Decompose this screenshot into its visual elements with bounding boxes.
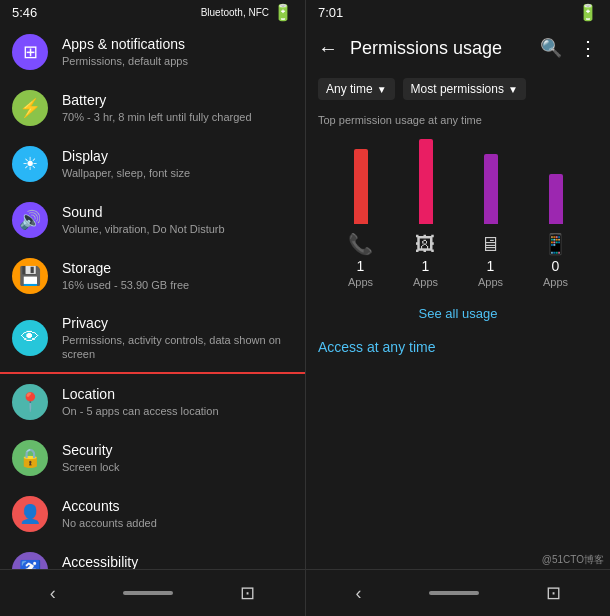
settings-item-battery[interactable]: ⚡ Battery 70% - 3 hr, 8 min left until f… [0,80,305,136]
chart-bar-0 [354,149,368,224]
right-nav-home[interactable] [429,591,479,595]
filter-row: Any time ▼ Most permissions ▼ [306,72,610,106]
security-subtitle: Screen lock [62,460,293,474]
see-all-row[interactable]: See all usage [306,296,610,330]
battery-subtitle: 70% - 3 hr, 8 min left until fully charg… [62,110,293,124]
display-title: Display [62,147,293,165]
chart-count-0: 1 [357,258,365,274]
privacy-title: Privacy [62,314,293,332]
accounts-icon: 👤 [12,496,48,532]
location-icon: 📍 [12,384,48,420]
time-filter-dropdown[interactable]: Any time ▼ [318,78,395,100]
security-title: Security [62,441,293,459]
right-battery-icon: 🔋 [578,3,598,22]
right-nav-back[interactable]: ‹ [340,579,378,608]
chart-bar-2 [484,154,498,224]
access-section[interactable]: Access at any time [306,330,610,364]
battery-title: Battery [62,91,293,109]
security-icon: 🔒 [12,440,48,476]
left-panel: 5:46 Bluetooth, NFC 🔋 ⊞ Apps & notificat… [0,0,305,616]
display-subtitle: Wallpaper, sleep, font size [62,166,293,180]
chart-label-0: Apps [348,276,373,288]
chart-bar-1 [419,139,433,224]
chart-subtitle: Top permission usage at any time [318,114,598,126]
privacy-icon: 👁 [12,320,48,356]
chart-icons-row: 📞 1 Apps 🖼 1 Apps 🖥 1 Apps 📱 0 Apps [318,228,598,292]
chart-count-3: 0 [552,258,560,274]
settings-item-privacy[interactable]: 👁 Privacy Permissions, activity controls… [0,304,305,374]
right-bottom-nav: ‹ ⊡ [306,569,610,616]
chart-icon-screen: 🖥 [480,233,500,256]
right-toolbar: ← Permissions usage 🔍 ⋮ [306,24,610,72]
chart-item-3: 📱 0 Apps [543,232,568,288]
sound-icon: 🔊 [12,202,48,238]
sound-subtitle: Volume, vibration, Do Not Disturb [62,222,293,236]
left-status-text: Bluetooth, NFC [201,7,269,18]
sound-title: Sound [62,203,293,221]
chart-label-1: Apps [413,276,438,288]
settings-item-storage[interactable]: 💾 Storage 16% used - 53.90 GB free [0,248,305,304]
settings-item-apps-notifications[interactable]: ⊞ Apps & notifications Permissions, defa… [0,24,305,80]
sort-filter-arrow: ▼ [508,84,518,95]
right-spacer [306,364,610,551]
storage-subtitle: 16% used - 53.90 GB free [62,278,293,292]
accessibility-title: Accessibility [62,553,293,569]
settings-item-display[interactable]: ☀ Display Wallpaper, sleep, font size [0,136,305,192]
left-status-time: 5:46 [12,5,37,20]
left-bottom-nav: ‹ ⊡ [0,569,305,616]
time-filter-label: Any time [326,82,373,96]
see-all-link[interactable]: See all usage [419,306,498,321]
settings-item-accounts[interactable]: 👤 Accounts No accounts added [0,486,305,542]
left-status-bar: 5:46 Bluetooth, NFC 🔋 [0,0,305,24]
sort-filter-dropdown[interactable]: Most permissions ▼ [403,78,526,100]
chart-icon-mobile: 📱 [543,232,568,256]
right-status-time: 7:01 [318,5,343,20]
battery-icon: ⚡ [12,90,48,126]
accounts-subtitle: No accounts added [62,516,293,530]
chart-label-2: Apps [478,276,503,288]
chart-bars [318,134,598,224]
settings-list: ⊞ Apps & notifications Permissions, defa… [0,24,305,569]
location-subtitle: On - 5 apps can access location [62,404,293,418]
settings-item-sound[interactable]: 🔊 Sound Volume, vibration, Do Not Distur… [0,192,305,248]
chart-label-3: Apps [543,276,568,288]
left-battery-icon: 🔋 [273,3,293,22]
accounts-title: Accounts [62,497,293,515]
search-icon[interactable]: 🔍 [536,33,566,63]
left-nav-home[interactable] [123,591,173,595]
right-status-icons: 🔋 [578,3,598,22]
settings-item-location[interactable]: 📍 Location On - 5 apps can access locati… [0,374,305,430]
display-icon: ☀ [12,146,48,182]
left-nav-recents[interactable]: ⊡ [224,578,271,608]
access-at-anytime-link[interactable]: Access at any time [318,339,436,355]
storage-icon: 💾 [12,258,48,294]
apps-notifications-subtitle: Permissions, default apps [62,54,293,68]
apps-notifications-icon: ⊞ [12,34,48,70]
attribution: @51CTO博客 [306,551,610,569]
accessibility-icon: ♿ [12,552,48,569]
right-toolbar-title: Permissions usage [350,38,528,59]
right-nav-recents[interactable]: ⊡ [530,578,577,608]
left-nav-back[interactable]: ‹ [34,579,72,608]
privacy-subtitle: Permissions, activity controls, data sho… [62,333,293,362]
storage-title: Storage [62,259,293,277]
chart-item-0: 📞 1 Apps [348,232,373,288]
right-status-bar: 7:01 🔋 [306,0,610,24]
right-back-button[interactable]: ← [314,33,342,64]
left-status-icons: Bluetooth, NFC 🔋 [201,3,293,22]
apps-notifications-title: Apps & notifications [62,35,293,53]
right-panel: 7:01 🔋 ← Permissions usage 🔍 ⋮ Any time … [305,0,610,616]
location-title: Location [62,385,293,403]
time-filter-arrow: ▼ [377,84,387,95]
more-options-icon[interactable]: ⋮ [574,32,602,64]
chart-count-2: 1 [487,258,495,274]
chart-icon-gallery: 🖼 [415,233,435,256]
chart-section: Top permission usage at any time 📞 1 App… [306,106,610,296]
chart-item-2: 🖥 1 Apps [478,233,503,288]
sort-filter-label: Most permissions [411,82,504,96]
chart-bar-3 [549,174,563,224]
chart-icon-phone: 📞 [348,232,373,256]
chart-count-1: 1 [422,258,430,274]
settings-item-accessibility[interactable]: ♿ Accessibility Screen readers, display,… [0,542,305,569]
settings-item-security[interactable]: 🔒 Security Screen lock [0,430,305,486]
